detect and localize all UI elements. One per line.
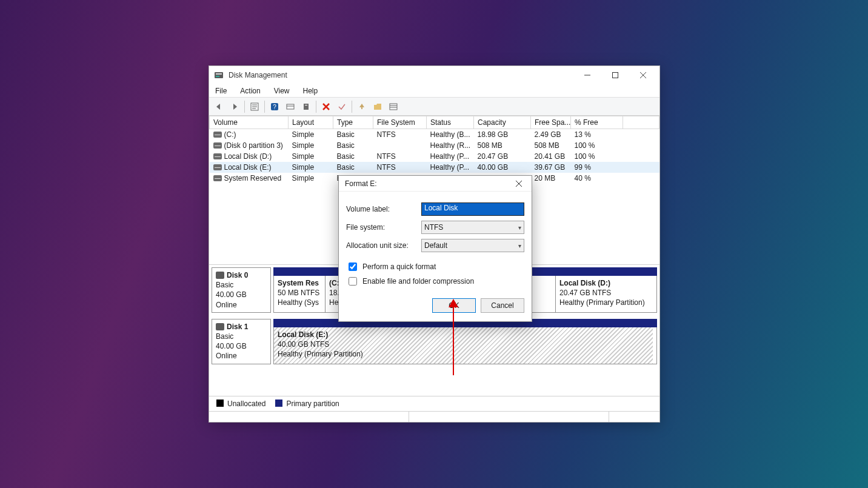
filesystem-label: File system: — [346, 223, 421, 232]
titlebar: Disk Management — [209, 66, 659, 84]
partition[interactable]: System Res50 MB NTFSHealthy (Sys — [274, 276, 326, 312]
menu-view[interactable]: View — [272, 85, 292, 96]
svg-rect-4 — [613, 73, 618, 78]
partition[interactable]: Local Disk (E:)40.00 GB NTFSHealthy (Pri… — [274, 327, 653, 364]
drive-icon — [213, 175, 222, 181]
legend-primary: Primary partition — [286, 399, 339, 408]
annotation-arrow — [453, 306, 454, 375]
col-status[interactable]: Status — [427, 116, 474, 129]
disk-info[interactable]: Disk 1Basic40.00 GBOnline — [212, 319, 271, 364]
allocation-select[interactable]: Default▾ — [421, 239, 524, 252]
menubar: File Action View Help — [209, 84, 659, 98]
menu-file[interactable]: File — [213, 85, 229, 96]
drive-icon — [213, 153, 222, 159]
compression-label: Enable file and folder compression — [362, 277, 474, 286]
chevron-down-icon: ▾ — [518, 224, 521, 231]
col-capacity[interactable]: Capacity — [474, 116, 531, 129]
filesystem-select[interactable]: NTFS▾ — [421, 221, 524, 234]
table-row[interactable]: (Disk 0 partition 3)SimpleBasicHealthy (… — [210, 140, 659, 151]
list-button[interactable] — [386, 99, 401, 114]
dialog-titlebar: Format E: — [339, 176, 532, 192]
rescan-button[interactable] — [299, 99, 313, 114]
folder-button[interactable] — [370, 99, 385, 114]
format-dialog: Format E: Volume label: Local Disk File … — [338, 175, 532, 322]
legend: Unallocated Primary partition — [209, 396, 659, 411]
compression-checkbox[interactable] — [349, 277, 357, 286]
drive-icon — [213, 132, 222, 138]
menu-action[interactable]: Action — [238, 85, 262, 96]
svg-rect-19 — [361, 107, 362, 109]
svg-rect-13 — [287, 104, 294, 109]
col-fs[interactable]: File System — [373, 116, 427, 129]
quick-format-checkbox[interactable] — [349, 262, 357, 271]
drive-icon — [213, 142, 222, 149]
check-button[interactable] — [335, 99, 349, 114]
back-button[interactable] — [212, 99, 226, 114]
disk-icon — [216, 323, 224, 330]
chevron-down-icon: ▾ — [518, 242, 521, 249]
disk-info[interactable]: Disk 0Basic40.00 GBOnline — [212, 267, 271, 313]
col-layout[interactable]: Layout — [289, 116, 333, 129]
forward-button[interactable] — [227, 99, 242, 114]
allocation-label: Allocation unit size: — [346, 241, 421, 250]
close-button[interactable] — [629, 66, 657, 84]
svg-text:?: ? — [273, 104, 276, 110]
svg-rect-0 — [215, 72, 223, 78]
col-percent[interactable]: % Free — [571, 116, 623, 129]
legend-unallocated: Unallocated — [227, 399, 265, 408]
statusbar — [209, 411, 659, 422]
minimize-button[interactable] — [573, 66, 601, 84]
disk-icon — [216, 272, 224, 279]
volume-label-input[interactable]: Local Disk — [421, 202, 524, 216]
partition[interactable]: Local Disk (D:)20.47 GB NTFSHealthy (Pri… — [556, 276, 653, 312]
svg-rect-20 — [390, 104, 397, 110]
quick-format-label: Perform a quick format — [362, 262, 436, 271]
disk-row: Disk 1Basic40.00 GBOnlineLocal Disk (E:)… — [212, 319, 657, 364]
properties-button[interactable] — [247, 99, 262, 114]
help-button[interactable]: ? — [267, 99, 282, 114]
window-title: Disk Management — [229, 71, 573, 79]
svg-rect-2 — [216, 76, 219, 77]
disk-management-window: Disk Management File Action View Help ? — [209, 65, 660, 423]
volume-label-label: Volume label: — [346, 205, 421, 213]
table-row[interactable]: (C:)SimpleBasicNTFSHealthy (B...18.98 GB… — [210, 129, 659, 141]
table-row[interactable]: Local Disk (D:)SimpleBasicNTFSHealthy (P… — [210, 151, 659, 162]
col-type[interactable]: Type — [333, 116, 373, 129]
svg-rect-16 — [305, 105, 307, 105]
col-free[interactable]: Free Spa... — [531, 116, 571, 129]
delete-button[interactable] — [319, 99, 333, 114]
dialog-close-button[interactable] — [510, 176, 528, 192]
app-icon — [214, 70, 224, 80]
cancel-button[interactable]: Cancel — [481, 298, 524, 313]
table-row[interactable]: Local Disk (E:)SimpleBasicNTFSHealthy (P… — [210, 162, 659, 173]
toolbar: ? — [209, 98, 659, 116]
dialog-title: Format E: — [345, 179, 510, 188]
svg-rect-15 — [304, 104, 309, 110]
svg-rect-1 — [216, 73, 222, 75]
maximize-button[interactable] — [601, 66, 629, 84]
menu-help[interactable]: Help — [301, 85, 321, 96]
refresh-button[interactable] — [283, 99, 298, 114]
drive-icon — [213, 164, 222, 170]
col-volume[interactable]: Volume — [210, 116, 289, 129]
up-button[interactable] — [355, 99, 369, 114]
